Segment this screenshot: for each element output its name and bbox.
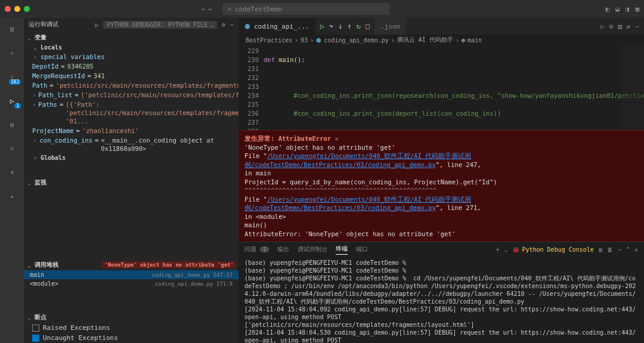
var-pathlist[interactable]: ›Path_list = ['petclinic/src/main/resour… (32, 90, 239, 100)
var-mergeid[interactable]: MergeRequestId = 341 (32, 71, 239, 81)
step-out-icon[interactable]: ↑ (347, 22, 351, 30)
tab-problems[interactable]: 问题 1 (244, 245, 269, 254)
run-icon[interactable]: ▷ (600, 23, 605, 30)
explorer-icon[interactable]: 🗎 (5, 23, 18, 36)
callstack-frame-1[interactable]: <module> coding_api_demo.py 271:9 (24, 279, 239, 288)
exception-badge: 'NoneType' object has no attribute 'get' (102, 261, 236, 268)
tab-ports[interactable]: 端口 (356, 245, 368, 254)
breadcrumb[interactable]: BestPractices › 03 › ⬢ coding_api_demo.p… (239, 35, 644, 45)
command-center[interactable]: ⌕ codeTestDemo (222, 3, 389, 15)
titlebar: ← → ⌕ codeTestDemo ◧ ⬓ ◨ ▦ (0, 0, 644, 18)
close-panel-icon[interactable]: ✕ (634, 246, 638, 253)
tab-coding-api[interactable]: ⬢coding_api_... (239, 18, 315, 35)
code-editor[interactable]: 2292302312322332342352362372382392402412… (239, 45, 644, 130)
code-content[interactable]: def main(): #con_coding_ins.print_json(r… (264, 45, 644, 130)
var-special[interactable]: ›special variables (32, 52, 239, 61)
var-con[interactable]: ›con_coding_ins = <__main__.con_coding o… (32, 135, 239, 153)
diff-icon[interactable]: ⇄ (627, 23, 631, 30)
layout-left-icon[interactable]: ◧ (606, 5, 610, 13)
more-icon[interactable]: ⋯ (230, 21, 234, 28)
tab-terminal[interactable]: 终端 (336, 245, 348, 255)
titlebar-right: ◧ ⬓ ◨ ▦ (606, 5, 640, 13)
layout-right-icon[interactable]: ◨ (626, 5, 630, 13)
debug-config-selector[interactable]: Python Debugger: Python File ⌄ (103, 21, 217, 29)
layout-grid-icon[interactable]: ▦ (635, 5, 639, 13)
more-icon[interactable]: ⋯ (618, 246, 621, 253)
layout-bottom-icon[interactable]: ⬓ (615, 5, 620, 13)
search-text: codeTestDemo (235, 5, 282, 13)
editor-area: ⬢coding_api_... ▷ ↷ ↓ ↑ ↻ □ .json ▷ ⚙ ▥ … (239, 18, 644, 343)
search-icon: ⌕ (227, 5, 231, 13)
extensions-icon[interactable]: ⊞ (5, 118, 18, 131)
step-into-icon[interactable]: ↓ (338, 22, 342, 30)
step-over-icon[interactable]: ↷ (329, 22, 333, 30)
gear-icon[interactable]: ⚙ (222, 21, 225, 28)
activity-bar: 🗎 ⌕ ⑂183 ▷1 ⊞ ⎋ ⚗ ✦ (0, 18, 24, 343)
debug-config-label: Python Debugger: Python File (107, 21, 208, 28)
maximize-panel-icon[interactable]: ^ (626, 246, 630, 253)
trash-icon[interactable]: 🗑 (607, 246, 613, 253)
search-icon[interactable]: ⌕ (5, 47, 18, 60)
callstack-section[interactable]: ⌄调用堆栈 'NoneType' object has no attribute… (24, 259, 239, 270)
var-paths[interactable]: ›Paths = [{'Path': 'petclinic/src/main/r… (32, 100, 239, 126)
window-controls (5, 6, 30, 12)
bp-raised[interactable]: Raised Exceptions (24, 323, 239, 333)
split-icon[interactable]: ▥ (618, 23, 622, 30)
debug-toolbar: ▷ ↷ ↓ ↑ ↻ □ (315, 22, 374, 30)
exception-overlay: 发生异常: AttributeError ✕ 'NoneType' object… (239, 130, 644, 242)
globals-scope[interactable]: ›Globals (24, 153, 239, 162)
close-window[interactable] (5, 6, 11, 12)
ai-icon[interactable]: ✦ (5, 190, 18, 203)
test-icon[interactable]: ⚗ (5, 166, 18, 179)
debug-sidebar: 运行和调试 ▷ Python Debugger: Python File ⌄ ⚙… (24, 18, 239, 343)
tab-json[interactable]: .json (374, 18, 406, 35)
editor-tabs: ⬢coding_api_... ▷ ↷ ↓ ↑ ↻ □ .json ▷ ⚙ ▥ … (239, 18, 644, 35)
stop-icon[interactable]: □ (366, 22, 370, 30)
var-projectname[interactable]: ProjectName = 'zhaolianceshi' (32, 126, 239, 135)
back-icon[interactable]: ← (202, 5, 206, 13)
var-depotid[interactable]: DepotId = 9346285 (32, 61, 239, 71)
debug-icon[interactable]: ▷1 (5, 94, 18, 107)
restart-icon[interactable]: ↻ (357, 22, 361, 30)
minimize-window[interactable] (14, 6, 20, 12)
line-gutter: 2292302312322332342352362372382392402412… (239, 45, 264, 130)
more-icon[interactable]: ⋯ (635, 23, 639, 30)
nav-arrows: ← → (202, 5, 212, 13)
breakpoints-section[interactable]: ⌄断点 (24, 312, 239, 323)
locals-scope[interactable]: ⌄Locals (24, 43, 239, 52)
sidebar-title: 运行和调试 (29, 20, 58, 29)
remote-icon[interactable]: ⎋ (5, 142, 18, 155)
bottom-panel: 问题 1 输出 调试控制台 终端 端口 + ⌄ 🐞 Python Debug C… (239, 242, 644, 343)
tab-console[interactable]: 调试控制台 (298, 245, 327, 254)
new-terminal-icon[interactable]: + (496, 246, 499, 253)
terminal-output[interactable]: (base) yupengfei@PENGFEIYU-MC1 codeTestD… (239, 257, 644, 343)
chevron-down-icon: ⌄ (210, 21, 213, 28)
settings-icon[interactable]: ⚙ (609, 23, 614, 30)
start-debug-icon[interactable]: ▷ (95, 21, 98, 28)
variables-section[interactable]: ⌄变量 (24, 32, 239, 43)
terminal-chevron-icon[interactable]: ⌄ (504, 246, 507, 253)
exception-title: 发生异常: AttributeError (244, 135, 331, 142)
maximize-window[interactable] (24, 6, 30, 12)
close-exception-icon[interactable]: ✕ (335, 135, 338, 142)
variable-tree: ›special variables DepotId = 9346285 Mer… (24, 52, 239, 153)
tab-output[interactable]: 输出 (277, 245, 289, 254)
bp-uncaught[interactable]: Uncaught Exceptions (24, 333, 239, 343)
panel-tabs: 问题 1 输出 调试控制台 终端 端口 + ⌄ 🐞 Python Debug C… (239, 242, 644, 257)
watch-section[interactable]: ⌄监视 (24, 177, 239, 188)
var-path[interactable]: Path = 'petclinic/src/main/resources/tem… (32, 81, 239, 90)
source-control-icon[interactable]: ⑂183 (5, 70, 18, 84)
split-terminal-icon[interactable]: ▥ (599, 246, 602, 253)
forward-icon[interactable]: → (208, 5, 212, 13)
continue-icon[interactable]: ▷ (320, 22, 324, 30)
minimap[interactable] (620, 45, 644, 130)
sidebar-header: 运行和调试 ▷ Python Debugger: Python File ⌄ ⚙… (24, 18, 239, 31)
callstack-frame-0[interactable]: main coding_api_demo.py 247:17 (24, 270, 239, 279)
terminal-selector[interactable]: 🐞 Python Debug Console (512, 246, 593, 253)
